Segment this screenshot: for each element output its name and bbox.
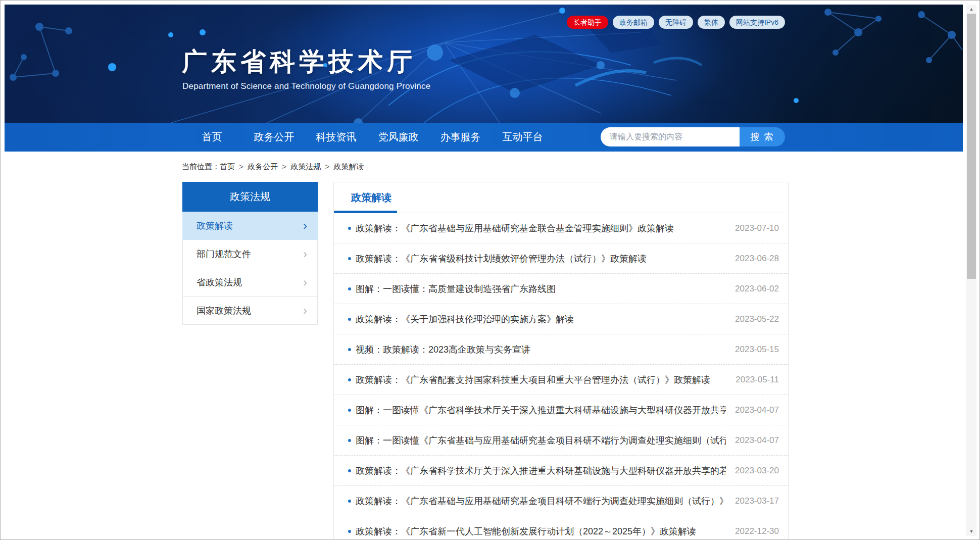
nav-item[interactable]: 政务公开: [243, 123, 305, 152]
article-row[interactable]: 政策解读：《广东省新一代人工智能创新发展行动计划（2022～2025年）》政策解…: [334, 516, 788, 540]
article-date: 2023-04-07: [735, 405, 779, 415]
article-row[interactable]: 图解：一图读懂：高质量建设制造强省广东路线图2023-06-02: [334, 274, 788, 304]
quick-link-pill[interactable]: 政务邮箱: [613, 16, 654, 29]
article-title: 政策解读：《广东省基础与应用基础研究基金项目科研不端行为调查处理实施细则（试行）…: [356, 495, 726, 507]
search-bar: 搜 索: [601, 127, 785, 146]
sidebar: 政策法规 政策解读›部门规范文件›省政策法规›国家政策法规›: [182, 182, 318, 325]
main-navbar: 首页政务公开科技资讯党风廉政办事服务互动平台 搜 索: [5, 123, 963, 152]
article-date: 2023-06-02: [735, 284, 779, 294]
sidebar-item[interactable]: 省政策法规›: [182, 268, 318, 297]
article-date: 2023-05-15: [735, 345, 779, 355]
article-row[interactable]: 政策解读：《广东省科学技术厅关于深入推进重大科研基础设施与大型科研仪器开放共享的…: [334, 456, 788, 486]
bullet-icon: [348, 287, 351, 290]
article-title: 图解：一图读懂：高质量建设制造强省广东路线图: [356, 283, 726, 295]
bullet-icon: [348, 469, 351, 472]
article-row[interactable]: 政策解读：《广东省基础与应用基础研究基金联合基金管理实施细则》政策解读2023-…: [334, 213, 788, 243]
bullet-icon: [348, 257, 351, 260]
quick-link-pill[interactable]: 长者助手: [567, 16, 608, 29]
article-date: 2023-03-20: [735, 466, 779, 476]
article-title: 政策解读：《关于加强科技伦理治理的实施方案》解读: [356, 313, 726, 325]
bullet-icon: [348, 500, 351, 503]
chevron-right-icon: ›: [303, 276, 307, 288]
article-row[interactable]: 政策解读：《广东省省级科技计划绩效评价管理办法（试行）》政策解读2023-06-…: [334, 243, 788, 274]
nav-item[interactable]: 办事服务: [429, 123, 492, 152]
chevron-right-icon: ›: [303, 305, 307, 317]
article-title: 视频：政策解读：2023高企政策与实务宣讲: [356, 343, 726, 356]
scroll-down-icon[interactable]: ▼: [966, 527, 976, 536]
banner-network-graphic: [5, 5, 963, 123]
breadcrumb: 当前位置：首页 > 政务公开 > 政策法规 > 政策解读: [182, 162, 364, 172]
breadcrumb-item[interactable]: 政务公开: [248, 162, 278, 171]
nav-item[interactable]: 首页: [181, 123, 243, 152]
article-title: 图解：一图读懂《广东省基础与应用基础研究基金项目科研不端行为调查处理实施细则（试…: [356, 434, 726, 447]
sidebar-item-label: 国家政策法规: [197, 305, 251, 317]
breadcrumb-separator: >: [237, 162, 246, 171]
article-title: 图解：一图读懂《广东省科学技术厅关于深入推进重大科研基础设施与大型科研仪器开放共…: [356, 404, 726, 416]
breadcrumb-item[interactable]: 首页: [220, 162, 235, 171]
article-title: 政策解读：《广东省配套支持国家科技重大项目和重大平台管理办法（试行）》政策解读: [356, 374, 726, 386]
article-row[interactable]: 图解：一图读懂《广东省基础与应用基础研究基金项目科研不端行为调查处理实施细则（试…: [334, 425, 788, 456]
article-panel: 政策解读 政策解读：《广东省基础与应用基础研究基金联合基金管理实施细则》政策解读…: [333, 182, 789, 540]
sidebar-item[interactable]: 政策解读›: [182, 212, 318, 240]
article-title: 政策解读：《广东省省级科技计划绩效评价管理办法（试行）》政策解读: [356, 253, 726, 265]
site-subtitle: Department of Science and Technology of …: [182, 81, 430, 91]
quick-link-pill[interactable]: 无障碍: [659, 16, 693, 29]
article-row[interactable]: 政策解读：《广东省基础与应用基础研究基金项目科研不端行为调查处理实施细则（试行）…: [334, 486, 788, 516]
sidebar-item-label: 部门规范文件: [197, 248, 251, 260]
scroll-up-icon[interactable]: ▲: [966, 5, 976, 14]
panel-header: 政策解读: [334, 182, 788, 213]
tab-underline: [334, 211, 397, 213]
sidebar-title: 政策法规: [182, 182, 318, 212]
article-row[interactable]: 政策解读：《关于加强科技伦理治理的实施方案》解读2023-05-22: [334, 304, 788, 334]
search-input[interactable]: [601, 127, 740, 146]
site-title: 广东省科学技术厅: [182, 45, 416, 79]
article-date: 2023-04-07: [735, 435, 779, 446]
breadcrumb-separator: >: [323, 162, 331, 171]
article-date: 2023-05-22: [735, 314, 779, 324]
breadcrumb-label: 当前位置：: [182, 162, 220, 171]
bullet-icon: [348, 409, 351, 412]
site-banner: 广东省科学技术厅 Department of Science and Techn…: [5, 5, 963, 123]
article-date: 2023-05-11: [736, 375, 779, 385]
vertical-scrollbar[interactable]: ▲ ▼: [966, 5, 976, 536]
article-date: 2023-06-28: [735, 254, 779, 264]
quick-link-pill[interactable]: 繁体: [698, 16, 725, 29]
article-row[interactable]: 图解：一图读懂《广东省科学技术厅关于深入推进重大科研基础设施与大型科研仪器开放共…: [334, 395, 788, 425]
sidebar-item[interactable]: 国家政策法规›: [182, 297, 318, 325]
breadcrumb-item: 政策解读: [333, 162, 364, 171]
bullet-icon: [348, 378, 351, 381]
bullet-icon: [348, 227, 351, 230]
nav-item[interactable]: 党风廉政: [367, 123, 429, 152]
article-date: 2023-07-10: [735, 223, 779, 233]
quick-links: 长者助手政务邮箱无障碍繁体网站支持IPv6: [567, 16, 785, 29]
bullet-icon: [348, 318, 351, 321]
article-date: 2023-03-17: [735, 496, 779, 506]
nav-item[interactable]: 科技资讯: [305, 123, 367, 152]
sidebar-item-label: 省政策法规: [197, 276, 242, 288]
breadcrumb-item[interactable]: 政策法规: [290, 162, 321, 171]
bullet-icon: [348, 530, 351, 533]
article-row[interactable]: 视频：政策解读：2023高企政策与实务宣讲2023-05-15: [334, 334, 788, 365]
sidebar-item-label: 政策解读: [197, 220, 233, 232]
sidebar-item[interactable]: 部门规范文件›: [182, 240, 318, 268]
article-date: 2022-12-30: [735, 526, 779, 536]
bullet-icon: [348, 439, 351, 442]
nav-item[interactable]: 互动平台: [492, 123, 554, 152]
chevron-right-icon: ›: [303, 248, 307, 260]
search-button[interactable]: 搜 索: [740, 127, 785, 146]
tab-policy-interpretation[interactable]: 政策解读: [351, 182, 391, 213]
scrollbar-thumb[interactable]: [967, 14, 976, 279]
article-title: 政策解读：《广东省科学技术厅关于深入推进重大科研基础设施与大型科研仪器开放共享的…: [356, 465, 726, 477]
chevron-right-icon: ›: [303, 220, 307, 232]
bullet-icon: [348, 348, 351, 351]
article-row[interactable]: 政策解读：《广东省配套支持国家科技重大项目和重大平台管理办法（试行）》政策解读2…: [334, 365, 788, 395]
nav-items: 首页政务公开科技资讯党风廉政办事服务互动平台: [181, 123, 554, 152]
quick-link-pill[interactable]: 网站支持IPv6: [729, 16, 785, 29]
breadcrumb-separator: >: [280, 162, 288, 171]
article-title: 政策解读：《广东省新一代人工智能创新发展行动计划（2022～2025年）》政策解…: [356, 525, 726, 537]
article-title: 政策解读：《广东省基础与应用基础研究基金联合基金管理实施细则》政策解读: [356, 222, 726, 234]
